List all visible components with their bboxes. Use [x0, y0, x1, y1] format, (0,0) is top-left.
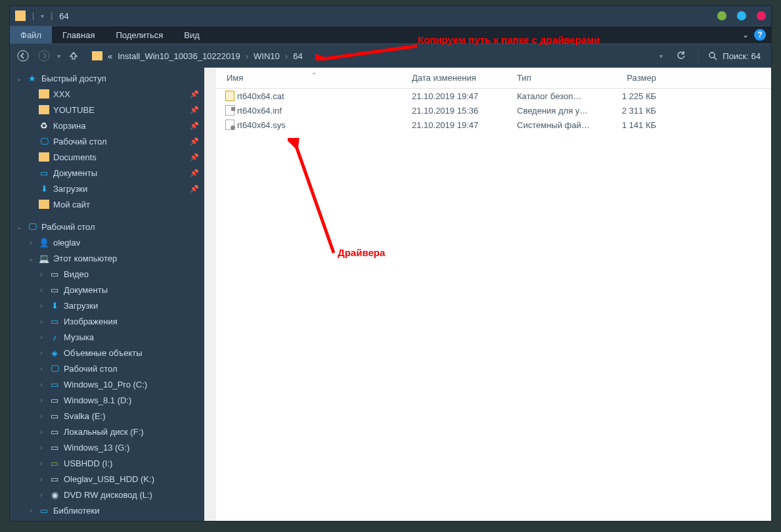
tree-item[interactable]: 🖵Рабочий стол📌: [10, 133, 204, 149]
tab-share[interactable]: Поделиться: [105, 26, 173, 43]
chevron-icon[interactable]: ›: [37, 334, 45, 341]
tree-item[interactable]: ›◉DVD RW дисковод (L:): [10, 487, 204, 502]
tree-item[interactable]: ›♪Музыка: [10, 329, 204, 345]
nav-history-dropdown-icon[interactable]: ▾: [57, 53, 60, 60]
tree-item[interactable]: ›▭Windows_13 (G:): [10, 439, 204, 455]
chevron-icon[interactable]: ›: [37, 428, 45, 435]
column-type[interactable]: Тип: [517, 73, 608, 83]
folder-icon: [92, 51, 102, 60]
file-icon: [225, 105, 234, 116]
tree-item-label: Windows_10_Pro (C:): [64, 380, 147, 389]
chevron-icon[interactable]: ⌄: [15, 223, 23, 231]
tree-item[interactable]: Documents📌: [10, 149, 204, 165]
tree-item[interactable]: ♻Корзина📌: [10, 118, 204, 133]
lib-icon: ▭: [39, 506, 49, 515]
chevron-icon[interactable]: ›: [37, 460, 45, 467]
file-row[interactable]: rt640x64.cat21.10.2019 19:47Каталог безо…: [216, 89, 771, 103]
tree-item-label: Documents: [53, 152, 97, 162]
quick-access-dropdown-icon[interactable]: ▾: [41, 12, 44, 20]
obj-icon: ◈: [49, 348, 60, 357]
ribbon-tabs: Файл Главная Поделиться Вид ⌄ ?: [10, 26, 771, 44]
tree-item[interactable]: YOUTUBE📌: [10, 102, 204, 118]
tree-item-label: Объемные объекты: [64, 348, 143, 358]
breadcrumb-segment[interactable]: Install_Win10_10036_10222019: [118, 51, 240, 61]
tree-item[interactable]: ▭Документы📌: [10, 165, 204, 181]
breadcrumb[interactable]: « Install_Win10_10036_10222019 › WIN10 ›…: [87, 51, 654, 61]
tree-item[interactable]: ⬇Загрузки📌: [10, 181, 204, 196]
search-box[interactable]: Поиск: 64: [708, 51, 761, 61]
address-dropdown-icon[interactable]: ▾: [659, 53, 663, 60]
chevron-icon[interactable]: ›: [37, 476, 45, 483]
file-list[interactable]: rt640x64.cat21.10.2019 19:47Каталог безо…: [216, 89, 771, 521]
file-row[interactable]: rt640x64.sys21.10.2019 19:47Системный фа…: [216, 118, 771, 132]
column-size[interactable]: Размер: [608, 73, 667, 83]
chevron-icon[interactable]: ›: [37, 349, 45, 357]
chevron-icon[interactable]: ›: [37, 302, 45, 309]
tree-item[interactable]: ›▭Локальный диск (F:): [10, 424, 204, 439]
maximize-button[interactable]: [737, 11, 746, 20]
tree-item[interactable]: Мой сайт: [10, 196, 204, 212]
svg-point-2: [709, 53, 715, 58]
drive-icon: ▭: [49, 395, 60, 405]
dvd-icon: ◉: [49, 490, 60, 499]
help-icon[interactable]: ?: [754, 29, 766, 41]
back-icon: [17, 50, 29, 62]
chevron-icon[interactable]: ›: [37, 318, 45, 325]
chevron-icon[interactable]: ›: [37, 491, 45, 499]
nav-back-button[interactable]: [15, 48, 31, 64]
chevron-icon[interactable]: ›: [37, 412, 45, 420]
tree-item[interactable]: ›👤oleglav: [10, 234, 204, 250]
tree-item[interactable]: ›🖵Рабочий стол: [10, 361, 204, 376]
breadcrumb-segment[interactable]: 64: [293, 51, 302, 61]
tab-file[interactable]: Файл: [10, 26, 52, 43]
chevron-icon[interactable]: ›: [37, 397, 45, 404]
tree-item[interactable]: ›▭Windows_8.1 (D:): [10, 392, 204, 408]
minimize-button[interactable]: [717, 11, 726, 20]
column-name[interactable]: ⌃Имя: [216, 73, 412, 83]
chevron-icon[interactable]: ›: [27, 507, 35, 514]
tree-item-label: oleglav: [53, 238, 80, 248]
tree-item[interactable]: ⌄🖵Рабочий стол: [10, 219, 204, 234]
close-button[interactable]: [757, 11, 766, 20]
chevron-icon[interactable]: ›: [37, 365, 45, 372]
breadcrumb-prefix: «: [108, 51, 112, 61]
tree-item[interactable]: ›▭Изображения: [10, 313, 204, 329]
chevron-icon[interactable]: ⌄: [15, 75, 23, 82]
usb-icon: ▭: [49, 458, 60, 468]
tree-item[interactable]: ›▭Oleglav_USB_HDD (K:): [10, 471, 204, 487]
tree-item[interactable]: ›▭Svalka (E:): [10, 408, 204, 424]
tree-item[interactable]: XXX📌: [10, 86, 204, 102]
sidebar-scrollbar[interactable]: [204, 68, 216, 521]
tree-item[interactable]: ›▭Windows_10_Pro (C:): [10, 376, 204, 392]
tab-view[interactable]: Вид: [173, 26, 210, 43]
file-row[interactable]: rt640x64.inf21.10.2019 15:36Сведения для…: [216, 103, 771, 118]
tree-item[interactable]: ›▭Документы: [10, 282, 204, 298]
tab-home[interactable]: Главная: [52, 26, 105, 43]
refresh-button[interactable]: [673, 48, 689, 64]
titlebar[interactable]: | ▾ | 64: [10, 6, 771, 26]
chevron-icon[interactable]: ›: [27, 239, 35, 246]
tree-item[interactable]: ⌄💻Этот компьютер: [10, 250, 204, 266]
breadcrumb-segment[interactable]: WIN10: [254, 51, 280, 61]
tree-item[interactable]: ›⬇Загрузки: [10, 298, 204, 313]
tree-item-label: Документы: [53, 168, 97, 178]
drive-icon: ▭: [49, 427, 60, 436]
search-icon: [708, 51, 717, 60]
chevron-icon[interactable]: ⌄: [27, 255, 35, 262]
chevron-icon[interactable]: ›: [37, 271, 45, 278]
tree-item[interactable]: ›▭Библиотеки: [10, 502, 204, 518]
tree-item[interactable]: ›▭USBHDD (I:): [10, 455, 204, 471]
chevron-icon[interactable]: ›: [37, 444, 45, 451]
svg-point-0: [18, 51, 28, 61]
tree-item[interactable]: ›◈Объемные объекты: [10, 345, 204, 361]
tree-item[interactable]: ⌄★Быстрый доступ: [10, 70, 204, 86]
chevron-icon[interactable]: ›: [37, 381, 45, 388]
ribbon-expand-icon[interactable]: ⌄: [737, 30, 754, 39]
nav-up-button[interactable]: [66, 48, 81, 64]
titlebar-divider: |: [32, 11, 34, 20]
column-date[interactable]: Дата изменения: [412, 73, 517, 83]
tree-item[interactable]: ›▭Видео: [10, 266, 204, 282]
chevron-icon[interactable]: ›: [37, 286, 45, 294]
sidebar[interactable]: ⌄★Быстрый доступXXX📌YOUTUBE📌♻Корзина📌🖵Ра…: [10, 68, 204, 521]
nav-forward-button[interactable]: [36, 48, 52, 64]
